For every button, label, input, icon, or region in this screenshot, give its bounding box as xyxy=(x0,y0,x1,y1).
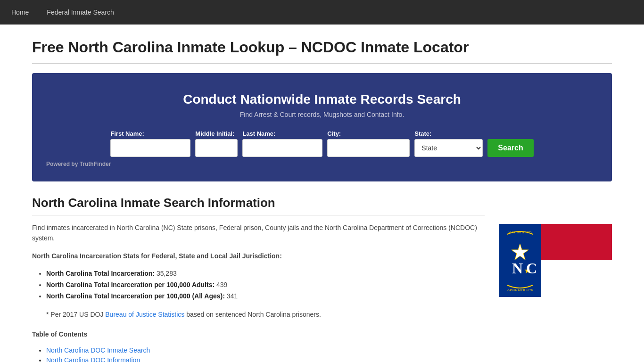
first-name-label: First Name: xyxy=(110,130,144,137)
stat-item: North Carolina Total Incarceration: 35,2… xyxy=(46,268,485,280)
last-name-label: Last Name: xyxy=(242,130,275,137)
search-banner: Conduct Nationwide Inmate Records Search… xyxy=(32,73,612,181)
city-group: City: xyxy=(327,130,410,157)
toc-item: North Carolina DOC Information xyxy=(46,356,485,362)
nav-home[interactable]: Home xyxy=(9,5,31,20)
state-select[interactable]: StateAlabamaAlaskaArizonaArkansasCalifor… xyxy=(414,139,483,157)
nav-federal-search[interactable]: Federal Inmate Search xyxy=(45,5,116,20)
middle-initial-input[interactable] xyxy=(195,139,238,157)
toc-link[interactable]: North Carolina DOC Information xyxy=(46,356,140,362)
page-title: Free North Carolina Inmate Lookup – NCDO… xyxy=(32,39,612,64)
powered-by: Powered by TruthFinder xyxy=(41,161,603,167)
middle-initial-group: Middle Initial: xyxy=(195,130,238,157)
nc-flag: N ★ C MAY 20TH 1775 APRIL 12TH 1776 xyxy=(499,224,612,297)
state-group: State: StateAlabamaAlaskaArizonaArkansas… xyxy=(414,130,483,157)
stats-list: North Carolina Total Incarceration: 35,2… xyxy=(32,268,485,302)
content-section: North Carolina Inmate Search Information… xyxy=(32,196,612,362)
toc-link[interactable]: North Carolina DOC Inmate Search xyxy=(46,346,150,354)
toc-section: Table of Contents North Carolina DOC Inm… xyxy=(32,329,485,362)
first-name-group: First Name: xyxy=(110,130,190,157)
content-main: North Carolina Inmate Search Information… xyxy=(32,196,485,362)
svg-rect-1 xyxy=(541,224,612,260)
bjs-link[interactable]: Bureau of Justice Statistics xyxy=(105,311,184,318)
last-name-input[interactable] xyxy=(242,139,322,157)
stat-item: North Carolina Total Incarceration per 1… xyxy=(46,280,485,291)
section-title: North Carolina Inmate Search Information xyxy=(32,196,485,215)
svg-text:MAY 20TH 1775: MAY 20TH 1775 xyxy=(508,230,532,234)
content-description: Find inmates incarcerated in North Carol… xyxy=(32,222,485,244)
svg-text:APRIL 12TH 1776: APRIL 12TH 1776 xyxy=(507,288,533,292)
last-name-group: Last Name: xyxy=(242,130,322,157)
stats-heading: North Carolina Incarceration Stats for F… xyxy=(32,251,485,261)
note-prefix: * Per 2017 US DOJ xyxy=(46,311,105,318)
toc-list: North Carolina DOC Inmate SearchNorth Ca… xyxy=(32,346,485,362)
stat-item: North Carolina Total Incarceration per 1… xyxy=(46,291,485,302)
svg-rect-2 xyxy=(541,260,612,297)
svg-text:N: N xyxy=(512,260,523,277)
state-label: State: xyxy=(414,130,431,137)
banner-subheading: Find Arrest & Court records, Mugshots an… xyxy=(41,111,603,118)
banner-heading: Conduct Nationwide Inmate Records Search xyxy=(41,92,603,107)
stats-note: * Per 2017 US DOJ Bureau of Justice Stat… xyxy=(46,309,485,320)
city-input[interactable] xyxy=(327,139,410,157)
note-suffix: based on sentenced North Carolina prison… xyxy=(184,311,321,318)
search-form: First Name: Middle Initial: Last Name: C… xyxy=(41,130,603,157)
search-button[interactable]: Search xyxy=(487,139,533,157)
toc-title: Table of Contents xyxy=(32,329,485,339)
city-label: City: xyxy=(327,130,341,137)
first-name-input[interactable] xyxy=(110,139,190,157)
flag-area: N ★ C MAY 20TH 1775 APRIL 12TH 1776 xyxy=(499,224,612,362)
toc-item: North Carolina DOC Inmate Search xyxy=(46,346,485,354)
svg-text:C: C xyxy=(526,260,537,277)
middle-initial-label: Middle Initial: xyxy=(195,130,234,137)
nav-bar: Home Federal Inmate Search xyxy=(0,0,644,25)
